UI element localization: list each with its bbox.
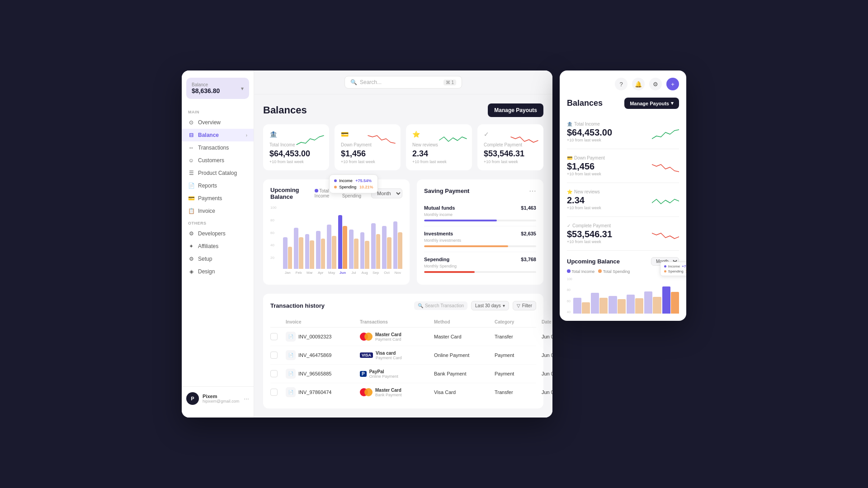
transaction-controls: 🔍 Search Transaction Last 30 days ▾ ▽ Fi… [414,301,536,310]
notification-bell-icon[interactable]: 🔔 [632,78,645,90]
right-panel: ? 🔔 ⚙ + Balances Manage Payouts ▾ 🏦 Tota… [560,70,686,321]
bar-active-income [338,215,343,269]
bar-group-mar [305,234,314,269]
chevron-down-icon: ▾ [503,303,505,308]
search-transaction-input[interactable]: 🔍 Search Transaction [414,301,467,310]
saving-title: Saving Payment [424,188,469,194]
more-options-icon[interactable]: ⋯ [529,187,536,195]
bar-income [316,231,321,269]
sidebar-item-design[interactable]: ◈ Design [182,265,254,278]
month-label-nov: Nov [393,271,402,275]
panel-manage-payouts-button[interactable]: Manage Payouts ▾ [624,98,679,109]
sidebar-item-label: Reports [198,183,217,189]
saving-payment-card: Saving Payment ⋯ Mutual funds $1,463 Mon… [417,179,543,285]
panel-chart-section: Upcoming Balance Month Week Year Total I… [567,257,679,314]
panel-header: Balances Manage Payouts ▾ [567,98,679,114]
developers-icon: ⚙ [188,230,194,237]
saving-item-top: Mutual funds $1,463 [424,205,536,211]
sidebar-item-balance[interactable]: ⊟ Balance › [182,129,254,141]
col-date: Date [542,319,552,324]
bar-income [393,221,398,269]
bar-group-sep [371,223,380,269]
month-labels: Jan Feb Mar Apr May Jun Jul Aug Sep Oct [283,271,402,275]
table-header: Invoice Transactions Method Category Dat… [270,317,536,328]
bar-spending [288,247,292,269]
page-title: Balances [263,104,307,116]
date-filter-button[interactable]: Last 30 days ▾ [471,301,509,310]
saving-progress-bar [424,220,497,221]
sidebar-item-overview[interactable]: ⊙ Overview [182,116,254,129]
mini-bar-group [644,291,661,314]
manage-payouts-button[interactable]: Manage Payouts [488,103,543,117]
search-placeholder: Search... [360,79,382,85]
panel-sparkline [652,129,679,141]
filter-button[interactable]: ▽ Filter [513,301,536,310]
bar-group-nov [393,221,402,269]
add-button[interactable]: + [666,78,679,90]
catalog-icon: ☰ [188,170,194,176]
sidebar-item-product-catalog[interactable]: ☰ Product Catalog [182,167,254,179]
settings-gear-icon[interactable]: ⚙ [649,78,662,90]
mini-bar-group [573,298,590,314]
complete-payment-icon: ✓ [484,131,493,140]
bar-income [360,232,365,269]
saving-item-spending: Sepending $3,768 Monthly Spending [424,252,536,277]
transaction-cell: P PayPal Online Payment [360,369,432,379]
stat-card-new-reviews: ⭐ New reviews 2.34 +10 from last week [406,124,472,170]
panel-stat-label: ✓ Complete Payment [567,223,679,228]
row-checkbox[interactable] [270,389,278,396]
user-info: P Pixem hipixem@gmail.com ··· [186,392,249,405]
search-box[interactable]: 🔍 Search... ⌘ 1 [344,76,462,89]
transaction-header: Transaction history 🔍 Search Transaction… [270,301,536,310]
saving-progress-spending [424,271,536,273]
balance-widget-amount: $8,636.80 [192,87,220,94]
panel-topbar: ? 🔔 ⚙ + [567,78,679,90]
transaction-cell: Master Card Bank Payment [360,388,432,397]
balance-widget[interactable]: Balance $8,636.80 ▾ [186,78,249,99]
sidebar-item-transactions[interactable]: ↔ Transactions [182,141,254,154]
sidebar-item-payments[interactable]: 💳 Payments [182,192,254,205]
panel-chart-title: Upcoming Balance [567,258,620,265]
row-checkbox[interactable] [270,352,278,359]
mini-bar-group-active: Income +75.54% Spending 10.21% [662,286,679,314]
sidebar-item-reports[interactable]: 📄 Reports [182,179,254,192]
balance-widget-label: Balance [192,82,220,87]
customers-icon: ☺ [188,157,194,164]
sidebar-item-label: Transactions [198,145,229,151]
sidebar-item-setup[interactable]: ⚙ Setup [182,253,254,265]
help-icon[interactable]: ? [615,78,627,90]
complete-payment-value: $53,546.31 [484,149,537,159]
down-payment-change: +10 from last week [341,160,394,164]
bar-spending [376,234,381,269]
complete-payment-change: +10 from last week [484,160,537,164]
others-section-label: Others [182,217,254,227]
mini-bar-chart: Income +75.54% Spending 10.21% [573,277,679,314]
panel-sparkline [652,197,679,209]
transaction-cell: Master Card Payment Card [360,332,432,342]
chevron-right-icon: › [246,133,247,138]
chart-title: Upcoming Balance [270,187,315,200]
bar-income [283,237,288,269]
sidebar-item-invoice[interactable]: 📋 Invoice [182,205,254,217]
upcoming-balance-chart: Upcoming Balance Total Income [263,179,410,285]
bar-group-oct [382,226,391,269]
down-payment-value: $1,456 [341,149,394,159]
row-checkbox[interactable] [270,333,278,340]
main-app-window: Balance $8,636.80 ▾ Main ⊙ Overview ⊟ Ba… [182,70,552,418]
invoice-cell: 📄 INV_97860474 [286,387,358,397]
sidebar-item-customers[interactable]: ☺ Customers [182,154,254,167]
sidebar-item-developers[interactable]: ⚙ Developers [182,227,254,240]
panel-stat-label: 💳 Down Payment [567,155,679,160]
panel-sparkline [652,230,679,243]
row-checkbox[interactable] [270,370,278,377]
bar-income [294,228,298,269]
panel-stat-value: $53,546.31 [567,229,612,239]
col-transactions: Transactions [360,319,432,324]
total-income-icon: 🏦 [269,131,278,140]
more-options-icon[interactable]: ··· [244,395,249,402]
visa-logo: VISA [360,352,373,358]
top-bar: 🔍 Search... ⌘ 1 [254,70,552,94]
sidebar-item-affiliates[interactable]: ✦ Affiliates [182,240,254,253]
legend-spending: Total Spending [598,269,630,274]
search-icon: 🔍 [350,79,357,85]
